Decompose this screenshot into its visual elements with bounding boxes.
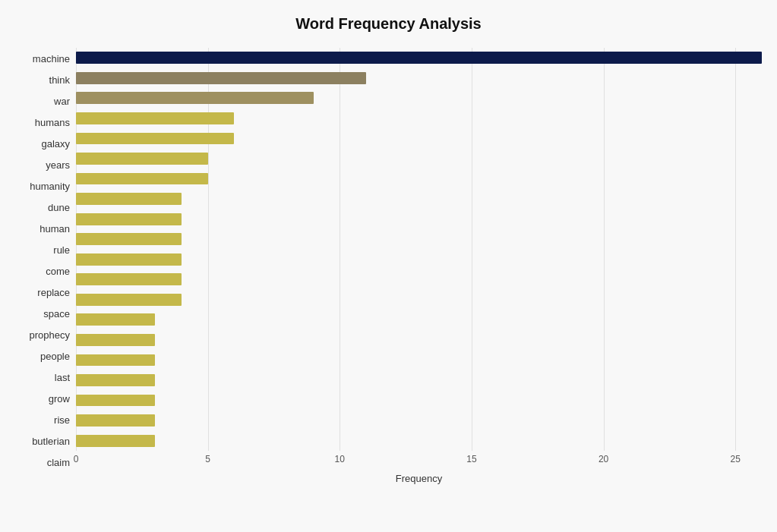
y-label-last: last xyxy=(55,373,70,382)
x-tick-10: 10 xyxy=(335,454,345,464)
bar-row-think xyxy=(76,68,762,89)
y-label-space: space xyxy=(43,309,70,319)
y-label-dune: dune xyxy=(48,203,70,212)
bar-row-human xyxy=(76,209,762,229)
bar-replace xyxy=(76,273,182,285)
y-label-replace: replace xyxy=(37,288,70,297)
bar-row-galaxy xyxy=(76,128,762,149)
y-label-galaxy: galaxy xyxy=(41,139,70,149)
x-tick-5: 5 xyxy=(205,454,210,464)
y-label-prophecy: prophecy xyxy=(30,330,70,340)
bar-row-people xyxy=(76,330,762,351)
chart-title: Word Frequency Analysis xyxy=(15,15,762,33)
y-label-rule: rule xyxy=(53,245,70,255)
x-tick-25: 25 xyxy=(731,454,741,464)
bar-row-last xyxy=(76,350,762,370)
bar-rule xyxy=(76,233,182,245)
y-label-machine: machine xyxy=(33,54,70,64)
y-label-think: think xyxy=(49,75,70,85)
bar-row-prophecy xyxy=(76,310,762,330)
y-label-humans: humans xyxy=(35,118,70,127)
y-label-grow: grow xyxy=(49,394,70,404)
bar-think xyxy=(76,72,366,84)
bars-area xyxy=(76,48,762,451)
bar-row-humans xyxy=(76,109,762,129)
y-label-butlerian: butlerian xyxy=(32,436,70,446)
bar-row-rise xyxy=(76,390,762,411)
bar-prophecy xyxy=(76,313,155,326)
bar-last xyxy=(76,354,155,367)
y-label-people: people xyxy=(40,351,70,361)
bar-claim xyxy=(76,435,155,447)
bar-row-space xyxy=(76,290,762,310)
bar-row-humanity xyxy=(76,168,762,189)
x-tick-20: 20 xyxy=(599,454,608,464)
y-label-rise: rise xyxy=(54,415,70,425)
bar-row-grow xyxy=(76,370,762,391)
bar-war xyxy=(76,92,314,104)
x-tick-0: 0 xyxy=(74,454,79,464)
y-label-years: years xyxy=(46,160,70,170)
bar-row-claim xyxy=(76,430,762,451)
bar-space xyxy=(76,294,182,306)
y-label-war: war xyxy=(54,96,70,106)
x-axis-label: Frequency xyxy=(76,473,762,484)
bar-row-machine xyxy=(76,48,762,68)
chart-area: machinethinkwarhumansgalaxyyearshumanity… xyxy=(15,48,762,474)
y-label-human: human xyxy=(39,224,70,234)
bar-years xyxy=(76,153,208,165)
bar-human xyxy=(76,213,182,225)
bar-row-years xyxy=(76,149,762,169)
x-tick-15: 15 xyxy=(466,454,476,464)
chart-container: Word Frequency Analysis machinethinkwarh… xyxy=(0,0,777,532)
bar-come xyxy=(76,253,182,266)
bar-row-dune xyxy=(76,189,762,209)
bar-butlerian xyxy=(76,414,155,427)
plot-area: 0510152025 Frequency xyxy=(76,48,762,474)
bar-grow xyxy=(76,374,155,386)
x-axis-area: 0510152025 Frequency xyxy=(76,451,762,474)
bar-row-war xyxy=(76,88,762,109)
y-label-humanity: humanity xyxy=(30,181,70,191)
bar-rise xyxy=(76,395,155,407)
bar-humans xyxy=(76,112,234,124)
bar-galaxy xyxy=(76,133,234,145)
bars-rows xyxy=(76,48,762,451)
bar-machine xyxy=(76,52,762,64)
bar-people xyxy=(76,334,155,346)
bar-row-replace xyxy=(76,269,762,290)
bar-row-come xyxy=(76,249,762,269)
y-axis-labels: machinethinkwarhumansgalaxyyearshumanity… xyxy=(15,48,76,474)
bar-row-rule xyxy=(76,229,762,250)
bar-humanity xyxy=(76,173,208,185)
y-label-claim: claim xyxy=(47,458,70,467)
bar-dune xyxy=(76,193,182,205)
y-label-come: come xyxy=(46,266,70,276)
bar-row-butlerian xyxy=(76,411,762,431)
